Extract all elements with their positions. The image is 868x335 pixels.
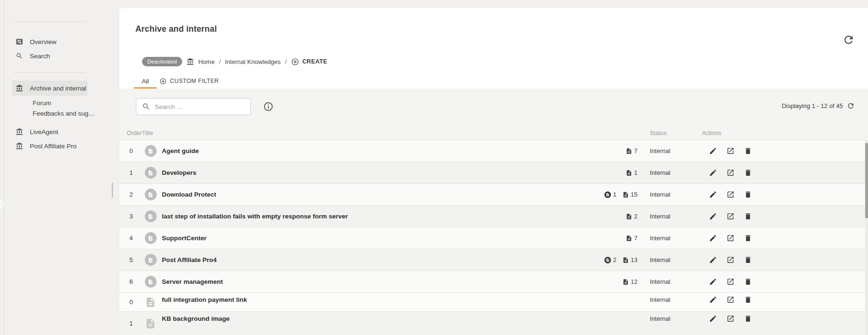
plus-circle-icon xyxy=(291,58,299,66)
row-title-link[interactable]: Developers xyxy=(162,162,196,183)
delete-icon[interactable] xyxy=(744,278,752,286)
table-rows: 0 Agent guide 7 Inter xyxy=(119,140,868,335)
row-actions xyxy=(709,162,752,183)
page-title: Archive and internal xyxy=(135,24,217,34)
sidebar-item-search[interactable]: Search xyxy=(12,50,88,62)
row-type-icon xyxy=(144,206,157,227)
row-status: Internal xyxy=(650,140,670,162)
search-box xyxy=(136,98,251,115)
row-title-link[interactable]: SupportCenter xyxy=(162,227,207,249)
open-in-new-icon[interactable] xyxy=(726,190,735,199)
pagination-info: Displaying 1 - 12 of 45 xyxy=(782,102,855,110)
article-count: 13 xyxy=(622,256,638,263)
breadcrumb-internal-knowledges[interactable]: Internal Knowledges xyxy=(225,58,281,65)
row-title-link[interactable]: full integration payment link xyxy=(162,293,247,311)
row-title-link[interactable]: KB background image xyxy=(162,312,230,335)
edit-icon[interactable] xyxy=(709,256,717,264)
refresh-list-icon[interactable] xyxy=(847,102,855,110)
tab-custom-filter-label: CUSTOM FILTER xyxy=(170,78,219,84)
row-actions xyxy=(709,271,752,292)
search-icon xyxy=(142,102,151,111)
delete-icon[interactable] xyxy=(744,169,752,177)
open-in-new-icon[interactable] xyxy=(726,169,735,177)
row-title-link[interactable]: Post Affiliate Pro4 xyxy=(162,249,217,271)
row-order: 0 xyxy=(126,140,136,162)
breadcrumb-separator: / xyxy=(285,58,287,65)
row-counts: 1 15 xyxy=(585,184,638,205)
row-status: Internal xyxy=(650,227,670,249)
sidebar-divider xyxy=(13,21,85,22)
open-in-new-icon[interactable] xyxy=(726,234,735,242)
edit-icon[interactable] xyxy=(709,278,717,286)
row-order: 1 xyxy=(126,162,136,183)
edit-icon[interactable] xyxy=(709,315,717,323)
edit-icon[interactable] xyxy=(709,296,717,304)
info-icon[interactable] xyxy=(263,101,274,112)
sidebar-item-forum[interactable]: Forum xyxy=(12,98,88,108)
sidebar-item-liveagent[interactable]: LiveAgent xyxy=(12,126,88,137)
row-counts xyxy=(585,293,638,311)
row-type-icon xyxy=(144,184,157,205)
document-count-icon xyxy=(622,279,629,285)
category-count-value: 1 xyxy=(613,191,616,198)
tab-custom-filter[interactable]: CUSTOM FILTER xyxy=(159,73,219,89)
row-title-link[interactable]: Download Protect xyxy=(162,184,216,205)
edit-icon[interactable] xyxy=(709,169,717,177)
panel-header: Archive and internal Deactivated Home / … xyxy=(119,8,868,89)
article-count: 7 xyxy=(626,147,638,154)
row-type-icon xyxy=(144,293,157,311)
category-icon xyxy=(145,167,157,179)
row-actions xyxy=(709,312,752,335)
sidebar-item-overview[interactable]: Overview xyxy=(12,36,88,47)
edit-icon[interactable] xyxy=(709,147,717,155)
edit-icon[interactable] xyxy=(709,190,717,199)
list-scrollbar-track[interactable] xyxy=(865,140,868,335)
row-order: 3 xyxy=(126,206,136,227)
bank-icon xyxy=(186,58,194,65)
sidebar-item-archive-and-internal[interactable]: Archive and internal xyxy=(12,81,88,96)
document-count-icon xyxy=(622,257,629,263)
row-title-link[interactable]: Agent guide xyxy=(162,140,199,162)
create-button[interactable]: CREATE xyxy=(291,58,328,66)
category-icon xyxy=(145,254,157,266)
row-title-link[interactable]: Server management xyxy=(162,271,223,292)
delete-icon[interactable] xyxy=(744,234,752,242)
open-in-new-icon[interactable] xyxy=(726,315,735,323)
column-header-title: Title xyxy=(142,130,153,136)
list-scrollbar-thumb[interactable] xyxy=(865,143,868,218)
delete-icon[interactable] xyxy=(744,147,752,155)
delete-icon[interactable] xyxy=(744,296,752,304)
article-icon xyxy=(145,317,156,330)
refresh-icon[interactable] xyxy=(842,34,855,46)
open-in-new-icon[interactable] xyxy=(726,296,735,304)
sidebar-item-post-affiliate-pro[interactable]: Post Affiliate Pro xyxy=(12,140,88,152)
sidebar-item-label: Post Affiliate Pro xyxy=(30,143,77,150)
tab-all[interactable]: All xyxy=(134,73,157,89)
breadcrumb-separator: / xyxy=(219,58,221,65)
row-order: 4 xyxy=(126,227,136,249)
article-count-value: 2 xyxy=(634,213,638,220)
row-order: 2 xyxy=(126,184,136,205)
delete-icon[interactable] xyxy=(744,212,752,220)
breadcrumb-home[interactable]: Home xyxy=(198,58,215,65)
document-count-icon xyxy=(626,170,632,176)
row-title-link[interactable]: last step of installation fails with emp… xyxy=(162,206,348,227)
category-icon xyxy=(145,232,157,244)
sidebar-item-feedbacks[interactable]: Feedbacks and sug… xyxy=(12,108,88,118)
delete-icon[interactable] xyxy=(744,256,752,264)
row-counts: 2 13 xyxy=(585,249,638,271)
open-in-new-icon[interactable] xyxy=(726,256,735,264)
delete-icon[interactable] xyxy=(744,315,752,323)
sidebar-scrollbar[interactable] xyxy=(112,182,113,198)
open-in-new-icon[interactable] xyxy=(726,278,735,286)
search-input[interactable] xyxy=(155,103,242,110)
open-in-new-icon[interactable] xyxy=(726,147,735,155)
bank-icon xyxy=(16,128,23,136)
edit-icon[interactable] xyxy=(709,212,717,220)
edit-icon[interactable] xyxy=(709,234,717,242)
open-in-new-icon[interactable] xyxy=(726,212,735,220)
delete-icon[interactable] xyxy=(744,190,752,199)
sidebar-item-label: LiveAgent xyxy=(30,128,58,136)
table-row: 0 Agent guide 7 Inter xyxy=(119,140,868,162)
article-count-value: 13 xyxy=(631,256,638,263)
